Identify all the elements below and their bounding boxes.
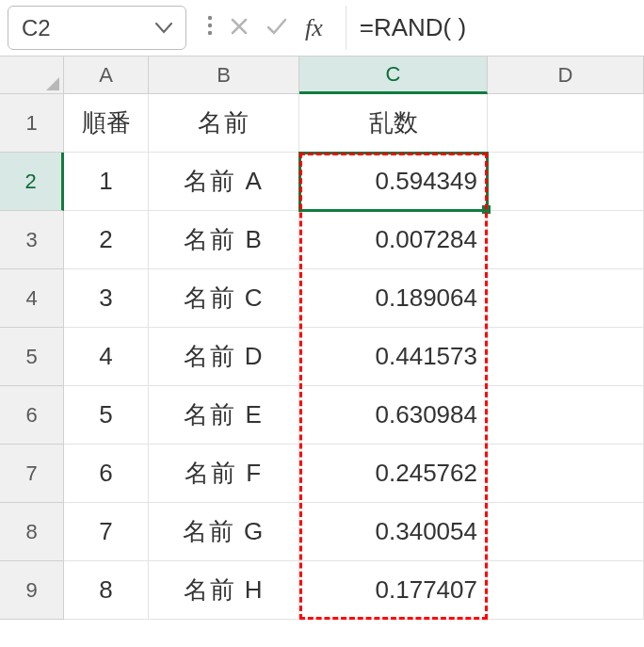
row-header-8[interactable]: 8 xyxy=(0,503,64,561)
cell-B4[interactable]: 名前 C xyxy=(149,269,299,328)
svg-point-2 xyxy=(208,31,212,35)
row-header-4[interactable]: 4 xyxy=(0,269,64,328)
fx-icon[interactable]: fx xyxy=(305,14,332,42)
column-header-B[interactable]: B xyxy=(149,57,299,94)
cell-D6[interactable] xyxy=(488,386,644,445)
cell-B5[interactable]: 名前 D xyxy=(149,328,299,386)
formula-bar-buttons: fx xyxy=(194,0,346,56)
cell-B7[interactable]: 名前 F xyxy=(149,445,299,503)
cell-A3[interactable]: 2 xyxy=(64,211,149,269)
cell-A6[interactable]: 5 xyxy=(64,386,149,445)
table-row: 2 1 名前 A 0.594349 xyxy=(0,153,644,211)
formula-input[interactable]: =RAND( ) xyxy=(346,6,644,50)
cancel-icon[interactable] xyxy=(230,13,249,42)
formula-bar: C2 fx =RAND( ) xyxy=(0,0,644,57)
select-all-corner[interactable] xyxy=(0,57,64,94)
cell-B1[interactable]: 名前 xyxy=(149,94,299,153)
cell-C2[interactable]: 0.594349 xyxy=(299,153,488,211)
column-header-C[interactable]: C xyxy=(299,57,488,94)
cell-D2[interactable] xyxy=(488,153,644,211)
name-box-value: C2 xyxy=(22,15,51,41)
grid: A B C D 1 順番 名前 乱数 2 1 名前 A 0.594349 3 2… xyxy=(0,57,644,620)
cell-A2[interactable]: 1 xyxy=(64,153,149,211)
cell-A9[interactable]: 8 xyxy=(64,561,149,620)
table-row: 1 順番 名前 乱数 xyxy=(0,94,644,153)
cell-B9[interactable]: 名前 H xyxy=(149,561,299,620)
row-header-1[interactable]: 1 xyxy=(0,94,64,153)
cell-D3[interactable] xyxy=(488,211,644,269)
name-box[interactable]: C2 xyxy=(8,6,186,50)
column-headers: A B C D xyxy=(0,57,644,94)
row-header-2[interactable]: 2 xyxy=(0,153,64,211)
cell-A7[interactable]: 6 xyxy=(64,445,149,503)
row-header-5[interactable]: 5 xyxy=(0,328,64,386)
cell-D8[interactable] xyxy=(488,503,644,561)
cell-C6[interactable]: 0.630984 xyxy=(299,386,488,445)
cell-B2[interactable]: 名前 A xyxy=(149,153,299,211)
column-header-D[interactable]: D xyxy=(488,57,644,94)
table-row: 7 6 名前 F 0.245762 xyxy=(0,445,644,503)
cell-A1[interactable]: 順番 xyxy=(64,94,149,153)
cell-B6[interactable]: 名前 E xyxy=(149,386,299,445)
row-header-3[interactable]: 3 xyxy=(0,211,64,269)
cell-B8[interactable]: 名前 G xyxy=(149,503,299,561)
cell-D4[interactable] xyxy=(488,269,644,328)
cell-C8[interactable]: 0.340054 xyxy=(299,503,488,561)
row-header-6[interactable]: 6 xyxy=(0,386,64,445)
row-header-9[interactable]: 9 xyxy=(0,561,64,620)
cell-C9[interactable]: 0.177407 xyxy=(299,561,488,620)
cell-D9[interactable] xyxy=(488,561,644,620)
cell-C5[interactable]: 0.441573 xyxy=(299,328,488,386)
cell-A4[interactable]: 3 xyxy=(64,269,149,328)
row-header-7[interactable]: 7 xyxy=(0,445,64,503)
more-options-icon[interactable] xyxy=(207,13,213,42)
svg-point-0 xyxy=(208,16,212,20)
table-row: 8 7 名前 G 0.340054 xyxy=(0,503,644,561)
cell-B3[interactable]: 名前 B xyxy=(149,211,299,269)
cell-A5[interactable]: 4 xyxy=(64,328,149,386)
cell-D7[interactable] xyxy=(488,445,644,503)
cell-D1[interactable] xyxy=(488,94,644,153)
chevron-down-icon[interactable] xyxy=(155,17,172,39)
table-row: 6 5 名前 E 0.630984 xyxy=(0,386,644,445)
cell-D5[interactable] xyxy=(488,328,644,386)
formula-text: =RAND( ) xyxy=(360,13,466,42)
cell-C4[interactable]: 0.189064 xyxy=(299,269,488,328)
enter-icon[interactable] xyxy=(266,13,288,42)
table-row: 3 2 名前 B 0.007284 xyxy=(0,211,644,269)
svg-point-1 xyxy=(208,24,212,27)
cell-A8[interactable]: 7 xyxy=(64,503,149,561)
cell-C3[interactable]: 0.007284 xyxy=(299,211,488,269)
table-row: 5 4 名前 D 0.441573 xyxy=(0,328,644,386)
column-header-A[interactable]: A xyxy=(64,57,149,94)
cell-C7[interactable]: 0.245762 xyxy=(299,445,488,503)
cell-C1[interactable]: 乱数 xyxy=(299,94,488,153)
table-row: 9 8 名前 H 0.177407 xyxy=(0,561,644,620)
table-row: 4 3 名前 C 0.189064 xyxy=(0,269,644,328)
